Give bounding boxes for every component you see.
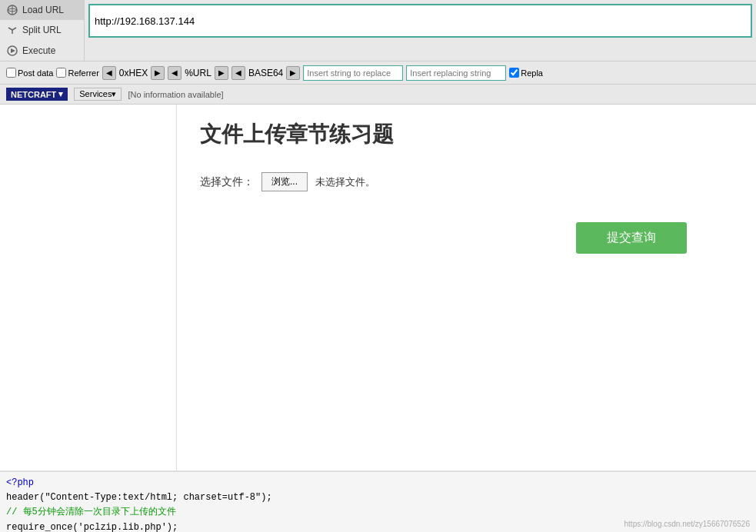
svg-line-2 [8, 28, 12, 30]
insert-string-field[interactable] [303, 65, 403, 81]
post-data-label: Post data [18, 68, 53, 78]
url-label: %URL [185, 68, 211, 78]
split-url-label: Split URL [22, 25, 62, 35]
source-text-2: header("Content-Type:text/html; charset=… [6, 492, 272, 503]
content-wrapper: 文件上传章节练习题 选择文件： 浏览... 未选择文件。 提交查询 [0, 105, 756, 470]
replace-check-group[interactable]: Repla [509, 68, 543, 78]
base64-right-arrow[interactable]: ▶ [286, 66, 300, 80]
load-url-icon [6, 4, 18, 16]
svg-marker-6 [11, 48, 15, 53]
no-information-text: [No information available] [128, 90, 223, 99]
load-url-label: Load URL [22, 5, 64, 15]
base64-label: BASE64 [248, 68, 283, 78]
split-url-icon [6, 24, 18, 36]
hex-right-arrow[interactable]: ▶ [151, 66, 165, 80]
post-data-check-group[interactable]: Post data [6, 68, 53, 78]
netcraft-bar: NETCRAFT ▾ Services▾ [No information ava… [0, 85, 756, 105]
url-left-arrow[interactable]: ◀ [168, 66, 182, 80]
execute-icon [6, 45, 18, 57]
referrer-check-group[interactable]: Referrer [56, 68, 98, 78]
submit-button[interactable]: 提交查询 [576, 222, 687, 254]
netcraft-dropdown-icon: ▾ [58, 89, 63, 99]
left-buttons: Load URL Split URL Execute [0, 0, 85, 61]
netcraft-brand[interactable]: NETCRAFT ▾ [6, 88, 68, 101]
replace-label: Repla [521, 68, 543, 78]
url-input[interactable] [88, 4, 752, 38]
toolbar: Load URL Split URL Execute [0, 0, 756, 62]
url-right-arrow[interactable]: ▶ [215, 66, 228, 80]
source-text-1: <?php [6, 477, 34, 488]
source-text-3: // 每5分钟会清除一次目录下上传的文件 [6, 507, 176, 517]
insert-replacing-field[interactable] [406, 65, 506, 81]
submit-container: 提交查询 [200, 222, 733, 254]
replace-checkbox[interactable] [509, 68, 519, 78]
base64-left-arrow[interactable]: ◀ [231, 66, 245, 80]
split-url-button[interactable]: Split URL [0, 20, 84, 40]
source-text-4: require_once('pclzip.lib.php'); [6, 522, 178, 532]
hex-label: 0xHEX [119, 68, 148, 78]
execute-button[interactable]: Execute [0, 41, 84, 61]
url-area [85, 0, 756, 61]
source-line-3: // 每5分钟会清除一次目录下上传的文件 [6, 505, 750, 520]
page-title: 文件上传章节练习题 [200, 120, 733, 149]
services-button[interactable]: Services▾ [74, 88, 122, 101]
no-file-text: 未选择文件。 [315, 175, 375, 189]
referrer-label: Referrer [68, 68, 98, 78]
second-bar: Post data Referrer ◀ 0xHEX ▶ ◀ %URL ▶ ◀ … [0, 62, 756, 85]
source-area: <?php header("Content-Type:text/html; ch… [0, 470, 756, 532]
source-line-1: <?php [6, 476, 750, 490]
netcraft-logo-text: NETCRAFT [11, 90, 56, 99]
page-content: 文件上传章节练习题 选择文件： 浏览... 未选择文件。 提交查询 [177, 105, 756, 470]
file-label: 选择文件： [200, 175, 254, 189]
file-upload-row: 选择文件： 浏览... 未选择文件。 [200, 172, 733, 191]
post-data-checkbox[interactable] [6, 68, 16, 78]
browse-button[interactable]: 浏览... [261, 172, 308, 191]
load-url-button[interactable]: Load URL [0, 0, 84, 20]
execute-label: Execute [22, 45, 55, 56]
services-label: Services▾ [79, 89, 116, 99]
left-sidebar [0, 105, 177, 470]
hex-left-arrow[interactable]: ◀ [102, 66, 116, 80]
watermark: https://blog.csdn.net/zy15667076526 [624, 520, 750, 528]
svg-line-3 [12, 28, 16, 30]
source-line-2: header("Content-Type:text/html; charset=… [6, 490, 750, 505]
referrer-checkbox[interactable] [56, 68, 66, 78]
